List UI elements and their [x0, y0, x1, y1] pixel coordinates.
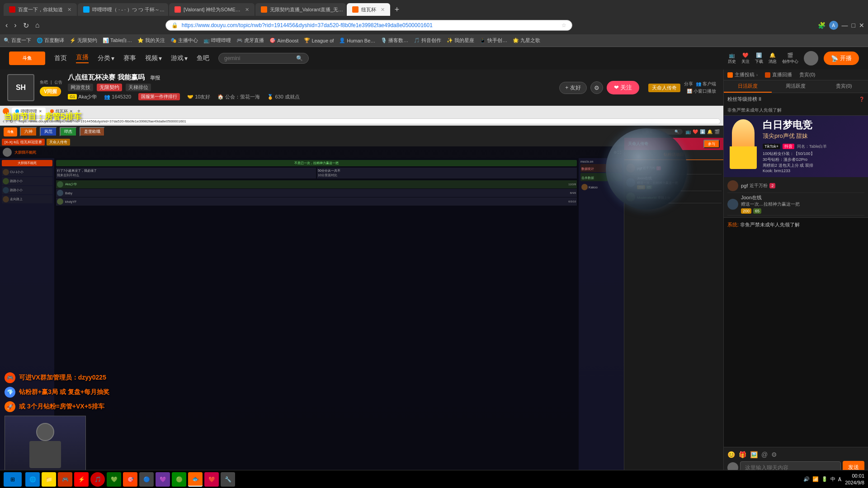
input-method-label[interactable]: 中 — [830, 476, 835, 483]
nav-games[interactable]: 游戏 ▾ — [171, 54, 188, 62]
sys-tray-icon3[interactable]: 🔋 — [821, 476, 828, 482]
nested-stream-tab-main[interactable]: [X-X] 8点 纽瓦杯冠亚赛 — [2, 139, 45, 145]
nested-search-icon[interactable]: 🔍 — [675, 130, 679, 134]
taskbar-app8[interactable]: ❤️ — [204, 472, 219, 487]
taskbar-douyu[interactable]: 🐟 — [188, 472, 203, 487]
panel-tab-upload[interactable]: 主播投稿 › — [724, 70, 761, 80]
bookmark-league[interactable]: 🏆League of — [304, 38, 334, 43]
system-clock[interactable]: 00:01 2024/9/8 — [845, 473, 864, 486]
nested-icon2[interactable]: ❤️ — [693, 129, 698, 134]
panel-tab-vip[interactable]: 贵宾(0) — [796, 70, 819, 80]
minimize-icon[interactable]: — — [842, 22, 848, 29]
taskbar-app4[interactable]: 🎯 — [123, 472, 137, 487]
home-button[interactable]: ⌂ — [33, 20, 42, 30]
new-tab-button[interactable]: + — [391, 4, 403, 15]
taskbar-app1[interactable]: ⚡ — [74, 472, 89, 487]
tab-close-baidu[interactable]: ✕ — [67, 7, 71, 13]
settings-tool-button[interactable]: ⚙ — [771, 451, 777, 458]
client-btn[interactable]: 👥 客户端 — [696, 81, 716, 87]
settings-button[interactable]: ⚙ — [590, 81, 603, 94]
taskbar-edge[interactable]: 🌐 — [25, 472, 40, 487]
bookmark-star-icon[interactable]: ☆ — [561, 22, 566, 28]
nested-nav-fengfan[interactable]: 风范 — [40, 127, 57, 136]
image-button[interactable]: 🖼️ — [750, 451, 758, 458]
nested-icon4[interactable]: 🔔 — [707, 129, 712, 134]
bookmark-baidu[interactable]: 🔍百度一下 — [4, 37, 31, 44]
bookmark-aimboost[interactable]: 🎯AimBoost — [269, 38, 298, 43]
nav-category[interactable]: 分类 ▾ — [98, 54, 114, 62]
taskbar-app7[interactable]: 🟢 — [172, 472, 186, 487]
lang-label[interactable]: Ä — [838, 477, 841, 482]
follow-btn[interactable]: ❤️关注 — [741, 52, 750, 65]
bookmark-9star[interactable]: 🌟九星之歌 — [513, 37, 540, 44]
history-btn[interactable]: 📺历史 — [728, 52, 736, 65]
bookmark-star[interactable]: ✨我的星座 — [447, 37, 474, 44]
bookmark-table[interactable]: 📊Table白… — [103, 37, 132, 44]
tab-daily-activity[interactable]: 日活跃度 — [724, 80, 772, 93]
fishbar-label[interactable]: 鱼吧 — [40, 80, 48, 85]
taskbar-folder[interactable]: 📁 — [42, 472, 56, 487]
small-window-btn[interactable]: 🪟 小窗口播放 — [687, 88, 716, 94]
nav-home[interactable]: 首页 — [54, 54, 67, 62]
forward-button[interactable]: › — [12, 20, 18, 30]
download-btn[interactable]: ⬇️下载 — [755, 52, 763, 65]
tab-wuxian[interactable]: 无限契约直播_Valorant直播_无… ✕ — [255, 3, 346, 16]
sys-tray-icon2[interactable]: 📶 — [812, 476, 819, 482]
user-avatar[interactable] — [804, 51, 818, 66]
nav-video[interactable]: 视频 ▾ — [145, 54, 162, 62]
emoji-button[interactable]: 😊 — [727, 451, 735, 458]
rank-tag[interactable]: 天梯排位 — [126, 84, 151, 91]
bookmark-bilibili[interactable]: 📺哔哩哔哩 — [203, 37, 231, 44]
nested-stream-tab-banner[interactable]: 天命人传奇 — [47, 139, 70, 145]
address-bar[interactable]: 🔒 https://www.douyu.com/topic/nwb?rid=19… — [165, 20, 572, 31]
taskbar-steam[interactable]: 🎮 — [58, 472, 72, 487]
sys-tray-icon1[interactable]: 🔊 — [803, 476, 810, 482]
nested-address-input[interactable]: https://www.douyu.com/topic/nwb?rid=1914… — [15, 118, 721, 124]
taskbar-app3[interactable]: 💚 — [107, 472, 121, 487]
tab-close-niuwa[interactable]: ✕ — [381, 7, 385, 13]
tab-niuwa[interactable]: 纽瓦杯 ✕ — [347, 3, 390, 16]
at-button[interactable]: @ — [761, 451, 768, 458]
tab-vip-activity[interactable]: 贵宾(0) — [820, 80, 868, 93]
fan-rank-help-icon[interactable]: ❓ — [859, 97, 864, 102]
nested-icon5[interactable]: 🎬 — [714, 129, 720, 134]
refresh-button[interactable]: ↻ — [21, 20, 31, 31]
tab-valorant[interactable]: [Valorant] 神经为SOME… ✕ — [169, 3, 255, 16]
go-live-button[interactable]: 📡 开播 — [824, 52, 859, 65]
close-browser-icon[interactable]: ✕ — [859, 22, 864, 29]
bookmark-kuaishou[interactable]: 📱快手创… — [480, 37, 507, 44]
vsign-badge[interactable]: V同握 — [40, 87, 61, 96]
notification-btn[interactable]: 🔔消息 — [769, 52, 777, 65]
bookmark-follow[interactable]: ⭐我的关注 — [137, 37, 165, 44]
panel-tab-replay[interactable]: 直播回播 — [761, 70, 796, 80]
taskbar-app9[interactable]: 🔧 — [221, 472, 235, 487]
bookmark-podcast[interactable]: 🎙️播客数… — [381, 37, 408, 44]
bookmark-huya[interactable]: 🎮虎牙直播 — [236, 37, 264, 44]
tab-bilibili[interactable]: 哔哩哔哩（ · - · ）つ つ 千杯～… ✕ — [78, 3, 168, 16]
nested-nav-bijie[interactable]: 哔杰 — [60, 127, 77, 136]
nav-fishbar[interactable]: 鱼吧 — [197, 54, 209, 62]
mission-banner-btn[interactable]: 天命人传奇 — [648, 84, 680, 92]
bookmark-streamer[interactable]: 🎭主播中心 — [170, 37, 198, 44]
announce-label[interactable]: 公告 — [54, 80, 62, 85]
nav-esports[interactable]: 赛事 — [123, 54, 136, 62]
search-input[interactable] — [224, 55, 293, 61]
bookmark-douyin[interactable]: 🎵抖音创作 — [414, 37, 441, 44]
extensions-icon[interactable]: 🧩 — [818, 22, 826, 29]
nested-icon3[interactable]: ⬇️ — [700, 129, 705, 134]
nav-live[interactable]: 直播 — [76, 53, 89, 63]
nested-icon1[interactable]: 📺 — [685, 129, 691, 134]
taskbar-app6[interactable]: 💜 — [156, 472, 170, 487]
tab-weekly-activity[interactable]: 周活跃度 — [772, 80, 820, 93]
search-box[interactable]: 🔍 — [218, 53, 309, 64]
nested-nav-liushen[interactable]: 六神 — [20, 127, 37, 136]
nested-mission-button[interactable]: 参与 — [703, 140, 720, 148]
maximize-icon[interactable]: □ — [852, 22, 855, 29]
bookmark-wuxian[interactable]: ⚡无限契约 — [70, 37, 97, 44]
bookmark-translate[interactable]: 🌐百度翻译 — [37, 37, 64, 44]
creator-btn[interactable]: 🎬创作中心 — [782, 52, 798, 65]
add-friend-button[interactable]: + 友好 — [559, 82, 586, 94]
gift-button[interactable]: 🎁 — [739, 451, 746, 458]
start-button[interactable]: ⊞ — [4, 472, 22, 487]
follow-button[interactable]: ❤ 关注 — [607, 81, 640, 94]
